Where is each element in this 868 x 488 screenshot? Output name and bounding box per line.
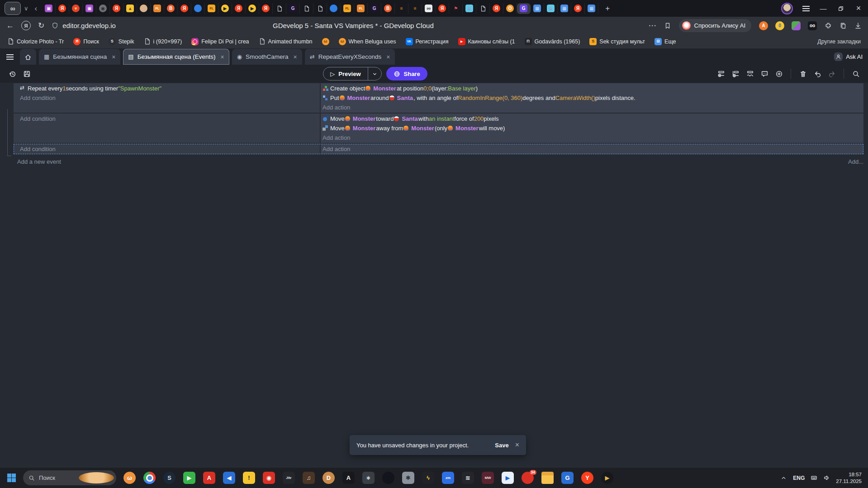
taskbar-clock[interactable]: 18:57 27.11.2025 (836, 471, 863, 485)
browser-tab[interactable] (191, 3, 205, 14)
dark-a-app[interactable]: A (342, 472, 355, 484)
blue-play-app[interactable]: ▶ (502, 472, 514, 484)
bookmark-item[interactable]: ω (322, 38, 329, 45)
bookmark-item[interactable]: i (920×997) (144, 38, 182, 45)
extension-icon[interactable]: A (759, 21, 768, 30)
settings-gear[interactable]: ✱ (402, 472, 414, 484)
tab-list-chevron-icon[interactable]: ∨ (21, 5, 32, 12)
add-action-button[interactable]: Add action (323, 103, 863, 112)
search-button[interactable] (850, 68, 862, 80)
browser-tab[interactable] (137, 3, 151, 14)
conditions-cell[interactable]: Add condition (14, 114, 320, 143)
add-other-button[interactable] (744, 68, 756, 80)
action-move-toward[interactable]: Move Monster toward Santa with an instan… (323, 114, 863, 123)
bookmark-item[interactable]: ПGodavārds (1965) (525, 38, 580, 45)
url-text[interactable]: editor.gdevelop.io (62, 22, 116, 29)
redo-button[interactable] (826, 68, 838, 80)
browser-tab[interactable]: ▦ (531, 3, 544, 14)
warning-app[interactable]: ! (243, 472, 255, 484)
extension-icon[interactable]: oo (808, 21, 817, 30)
browser-tab[interactable]: ▶ (246, 3, 259, 14)
language-indicator[interactable]: ENG (793, 475, 805, 481)
preview-options-chevron[interactable] (368, 67, 381, 80)
browser-tab[interactable]: ▦ (585, 3, 598, 14)
snackbar-close-icon[interactable]: × (515, 441, 519, 449)
taskbar-search[interactable]: Поиск (23, 470, 116, 485)
add-new-event-button[interactable]: Add a new event (17, 158, 61, 165)
jltr-app[interactable]: Jltr (283, 472, 295, 484)
version-history-button[interactable] (6, 68, 18, 80)
plus-circle-button[interactable] (773, 68, 785, 80)
browser-profile-avatar[interactable] (781, 3, 793, 14)
tab-smoothcamera[interactable]: ◉SmoothCamera× (232, 49, 302, 65)
browser-tab[interactable]: ⚑ (449, 3, 463, 14)
browser-tab[interactable]: ≡ (408, 3, 422, 14)
bookmark-item[interactable]: SStepik (109, 38, 134, 45)
actions-cell[interactable]: Add action (321, 144, 863, 154)
music-app[interactable]: ♫ (303, 472, 315, 484)
action-put-around[interactable]: Put Monster around Santa, with an angle … (323, 93, 863, 103)
condition-repeat-timer[interactable]: Repeat every 1 seconds using timer "Spaw… (20, 84, 320, 93)
bookmark-item[interactable]: VKРегистрация (406, 38, 449, 45)
gdevelop-desktop[interactable]: G (561, 472, 574, 484)
blue-arrow-app[interactable]: ◀ (223, 472, 235, 484)
green-player[interactable]: ▶ (183, 472, 195, 484)
close-button[interactable]: × (854, 5, 863, 13)
yandex-app[interactable]: Y (581, 472, 593, 484)
restore-button[interactable] (837, 5, 845, 13)
browser-tab[interactable]: ▦ (558, 3, 571, 14)
browser-tab[interactable]: ◉ (96, 3, 110, 14)
browser-menu-button[interactable] (802, 8, 810, 9)
event-row-selected[interactable]: Add conditionAdd action (14, 144, 863, 154)
start-button[interactable] (7, 474, 16, 482)
tab-repeateveryxseconds[interactable]: ⇄RepeatEveryXSeconds× (305, 49, 395, 65)
browser-tab[interactable] (300, 3, 313, 14)
browser-tab[interactable]: Я (571, 3, 585, 14)
extension-icon[interactable]: 0 (775, 21, 784, 30)
file-explorer[interactable] (541, 472, 554, 484)
browser-tab[interactable]: Я (110, 3, 123, 14)
bookmark-item[interactable]: Felipe Di Poi | crea (191, 38, 249, 45)
browser-tab[interactable]: B (164, 3, 178, 14)
browser-tab[interactable]: Я (178, 3, 191, 14)
tab-scene-events[interactable]: ▤Безымянная сцена (Events)× (123, 49, 229, 65)
hidden-icons-chevron[interactable] (780, 474, 787, 481)
browser-tab[interactable] (313, 3, 327, 14)
browser-tab[interactable]: ☺ (544, 3, 558, 14)
media-player[interactable]: ▶ (601, 472, 613, 484)
action-move-away[interactable]: Move Monster away from Monster (only Mon… (323, 123, 863, 133)
extensions-puzzle-icon[interactable] (825, 22, 832, 29)
browser-tab[interactable] (476, 3, 490, 14)
gdevelop-home-tab[interactable] (20, 49, 36, 65)
pet-app[interactable]: ω (123, 472, 136, 484)
browser-tab[interactable]: O (503, 3, 517, 14)
ask-ai-button[interactable]: Ask AI (834, 49, 868, 65)
zm-app[interactable]: zm (442, 472, 454, 484)
tab-scene[interactable]: ▦Безымянная сцена× (39, 49, 120, 65)
comment-button[interactable] (759, 68, 770, 80)
asterisk-app[interactable]: ∗ (362, 472, 375, 484)
add-condition-button[interactable]: Add condition (20, 144, 320, 154)
bookmark-item[interactable]: ЯПоиск (73, 38, 99, 45)
browser-tab[interactable]: G (286, 3, 300, 14)
add-action-button[interactable]: Add action (323, 133, 863, 142)
conditions-cell[interactable]: Repeat every 1 seconds using timer "Spaw… (14, 83, 320, 113)
browser-tab[interactable]: Я (232, 3, 246, 14)
browser-tab[interactable] (273, 3, 286, 14)
browser-tab[interactable]: ▣ (83, 3, 96, 14)
bookmark-item[interactable]: Animated thumbn (259, 38, 313, 45)
add-subevent-button[interactable] (730, 68, 741, 80)
browser-tab[interactable]: FL (354, 3, 368, 14)
minimize-button[interactable]: — (819, 5, 827, 13)
back-button[interactable]: ← (6, 21, 14, 30)
browser-tab[interactable]: B (381, 3, 395, 14)
browser-tab[interactable] (327, 3, 341, 14)
steam[interactable]: S (163, 472, 175, 484)
browser-tab[interactable]: FL (341, 3, 354, 14)
tab-scroll-back-icon[interactable]: ‹ (32, 4, 41, 13)
dog-app[interactable]: D (323, 472, 335, 484)
waves-app[interactable]: ≋ (462, 472, 474, 484)
bookmark-item[interactable]: ⊞Еще (655, 38, 676, 45)
browser-tab-active[interactable]: G (517, 3, 531, 14)
gdevelop-menu-button[interactable] (3, 49, 17, 65)
